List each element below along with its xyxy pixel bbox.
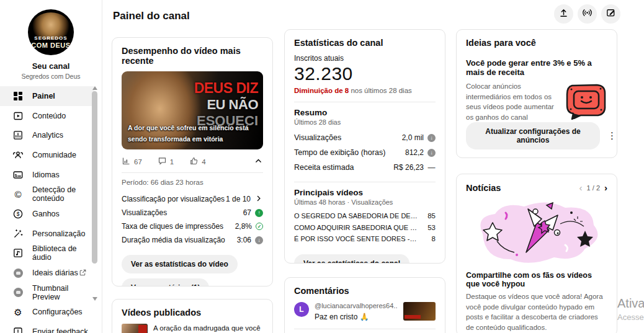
channel-analytics-button[interactable]: Ver as estatísticas do canal [294, 254, 409, 264]
scroll-up-arrow[interactable] [92, 86, 97, 90]
external-link-icon [79, 269, 87, 277]
sidebar-item-label: Ganhos [32, 210, 60, 218]
thumbnail-title-line1: DEUS DIZ [194, 80, 258, 97]
metric-row-ranking[interactable]: Classificação por visualizações 1 de 10 [122, 192, 263, 206]
sidebar-item-deteccao[interactable]: © Detecção de conteúdo [0, 184, 94, 204]
trend-up-icon: ↑ [255, 209, 263, 217]
copyright-icon: © [12, 189, 24, 200]
published-video-item[interactable]: A oração da madrugada que você fez em se… [122, 324, 263, 333]
no-change-icon: — [427, 163, 436, 172]
channel-avatar[interactable]: SEGREDOS COM DEUS [28, 9, 74, 55]
card-title: Desempenho do vídeo mais recente [122, 46, 263, 66]
sidebar-item-label: Enviar feedback [32, 327, 88, 333]
news-pager: ‹ 1 / 2 › [579, 182, 607, 193]
comment-text: Paz en cristo 🙏 [315, 313, 398, 321]
sidebar-item-label: Detecção de conteúdo [32, 185, 94, 203]
likes-count: 4 [202, 158, 205, 166]
views-count: 67 [134, 158, 142, 166]
sidebar-item-ideais-diarias[interactable]: Ideais diárias [0, 263, 94, 283]
see-comments-button[interactable]: Ver comentários (1) [122, 278, 209, 286]
go-live-button[interactable] [578, 4, 597, 24]
summary-subtitle: Últimos 28 dias [294, 118, 436, 126]
sidebar-item-configuracoes[interactable]: ⚙ Configurações [0, 303, 94, 322]
your-channel-label: Seu canal [0, 61, 102, 71]
video-analytics-button[interactable]: Ver as estatísticas do vídeo [122, 255, 238, 273]
top-video-title: É POR ISSO VOCÊ SENTE DORES - ENTENDA ES… [294, 235, 418, 242]
comment-author[interactable]: @lucianacarvalhoperes64... [315, 302, 398, 309]
content-icon [12, 110, 24, 122]
comment-meta: @lucianacarvalhoperes64... • 1 hora ... [315, 302, 398, 309]
period-label: Período: 66 dias 23 horas [122, 179, 263, 186]
delta-negative: Diminuição de 8 [294, 87, 349, 94]
avatar-text-line2: COM DEUS [28, 42, 74, 49]
news-body: Destaque os vídeos que você adora! Agora… [466, 291, 607, 333]
summary-value: R$ 26,23 [393, 163, 424, 172]
subscribers-count: 32.230 [294, 63, 436, 84]
watermark-line1: Ativa [617, 296, 644, 311]
kebab-menu-icon[interactable]: ⋮ [607, 130, 617, 141]
prev-page-chevron-icon[interactable]: ‹ [579, 182, 583, 193]
scroll-down-arrow[interactable] [92, 297, 97, 301]
sidebar-item-personalizacao[interactable]: Personalização [0, 224, 94, 244]
thumbs-up-icon [189, 156, 199, 167]
sidebar-item-analytics[interactable]: Analytics [0, 125, 94, 145]
create-post-button[interactable] [601, 4, 620, 24]
sidebar-item-label: Analytics [32, 131, 63, 140]
sidebar-item-thumbnail-preview[interactable]: Thumbnail Preview [0, 283, 94, 303]
views-chart-icon [122, 156, 131, 167]
customization-icon [12, 228, 24, 239]
sidebar-item-label: Idiomas [32, 171, 60, 179]
next-page-chevron-icon[interactable]: › [604, 182, 607, 193]
sidebar-nav: Painel Conteúdo Analytics Comunidade [0, 86, 94, 333]
sidebar-item-enviar-feedback[interactable]: Enviar feedback [0, 322, 94, 333]
metric-label: Classificação por visualizações [122, 195, 225, 203]
top-video-row[interactable]: COMO ADQUIRIR SABEDORIA QUE VEM DE DEUS … [294, 222, 436, 234]
sidebar-item-label: Personalização [32, 229, 85, 238]
sidebar-item-painel[interactable]: Painel [0, 86, 94, 106]
metric-value: 3:06 [237, 236, 251, 244]
latest-video-thumbnail[interactable]: DEUS DIZ EU NÃO ESQUECI A dor que você s… [122, 71, 263, 149]
top-videos-subtitle: Últimas 48 horas · Visualizações [294, 198, 436, 206]
metric-value: 67 [243, 208, 251, 217]
channel-name: Segredos com Deus [0, 73, 102, 80]
subscribers-delta: Diminuição de 8 nos últimos 28 dias [294, 87, 436, 94]
summary-row-revenue: Receita estimada R$ 26,23 — [294, 160, 436, 175]
collapse-chevron-icon[interactable] [254, 156, 263, 167]
top-videos-title: Principais vídeos [294, 188, 436, 197]
news-card: Notícias ‹ 1 / 2 › Compartilhe [456, 174, 617, 333]
ideas-headline: Você pode gerar entre 3% e 5% a mais de … [466, 58, 607, 77]
upload-video-button[interactable] [554, 4, 573, 24]
update-ad-settings-button[interactable]: Atualizar configurações de anúncios [466, 122, 600, 149]
earnings-icon: $ [12, 208, 24, 220]
scrollbar-thumb[interactable] [92, 91, 97, 264]
commenter-avatar: L [294, 302, 309, 317]
sidebar-item-conteudo[interactable]: Conteúdo [0, 106, 94, 126]
sidebar: SEGREDOS COM DEUS Seu canal Segredos com… [0, 0, 102, 333]
analytics-icon [12, 130, 24, 141]
top-video-views: 8 [432, 235, 436, 242]
card-title: Estatísticas do canal [294, 38, 436, 48]
metric-row-avg-duration: Duração média da visualização 3:06 ↓ [122, 233, 263, 247]
news-headline: Compartilhe com os fãs os vídeos que voc… [466, 271, 607, 288]
sidebar-item-label: Biblioteca de áudio [32, 244, 94, 262]
thumbnail-caption: A dor que você sofreu em silêncio estáse… [128, 123, 249, 144]
comment-item[interactable]: L @lucianacarvalhoperes64... • 1 hora ..… [294, 302, 436, 321]
top-video-row[interactable]: É POR ISSO VOCÊ SENTE DORES - ENTENDA ES… [294, 233, 436, 245]
sidebar-item-comunidade[interactable]: Comunidade [0, 145, 94, 165]
metric-value: 2,8% [235, 222, 252, 231]
edit-icon [606, 7, 616, 20]
sidebar-item-idiomas[interactable]: Idiomas [0, 165, 94, 185]
metric-label: Visualizações [122, 208, 167, 217]
thumbnail-title-line2: EU NÃO [207, 97, 258, 113]
summary-value: 812,2 [405, 148, 424, 157]
top-video-views: 53 [427, 224, 436, 231]
sidebar-item-ganhos[interactable]: $ Ganhos [0, 204, 94, 224]
top-video-row[interactable]: O SEGREDO DA SABEDORIA DE DEUS QUE POUCO… [294, 210, 436, 222]
check-circle-icon: ✓ [256, 223, 263, 230]
hype-celebration-illustration [467, 198, 606, 266]
sidebar-item-biblioteca-audio[interactable]: Biblioteca de áudio [0, 244, 94, 264]
sidebar-scrollbar[interactable] [91, 86, 98, 333]
card-title: Vídeos publicados [122, 308, 263, 317]
sidebar-item-label: Ideais diárias [32, 269, 78, 277]
audio-library-icon [12, 247, 24, 259]
